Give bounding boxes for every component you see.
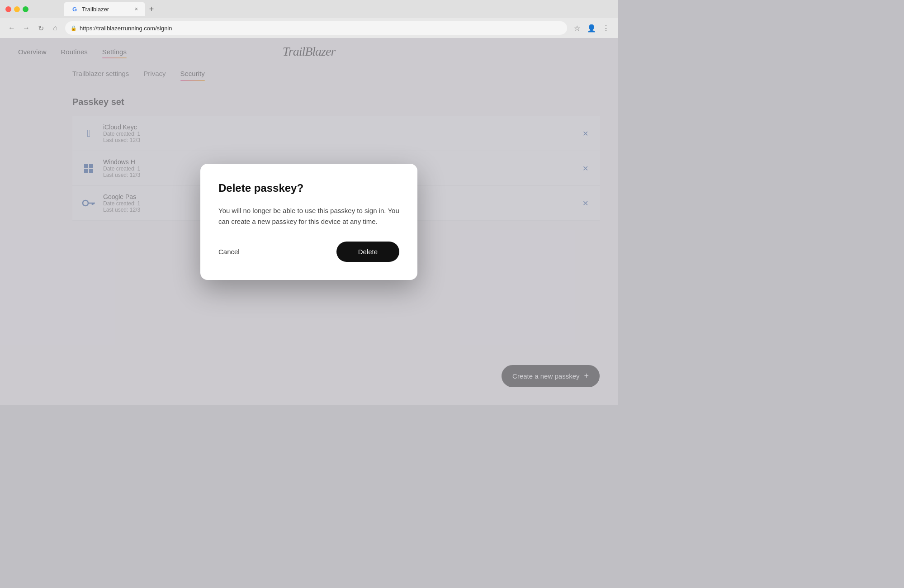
modal-title: Delete passkey? [218,182,399,194]
modal-actions: Cancel Delete [218,242,399,262]
maximize-button[interactable] [23,6,28,12]
forward-button[interactable]: → [20,22,33,34]
menu-button[interactable]: ⋮ [600,22,612,34]
address-bar-row: ← → ↻ ⌂ 🔒 https://trailblazerrunning.com… [0,18,618,38]
nav-buttons: ← → ↻ ⌂ [5,22,62,34]
home-button[interactable]: ⌂ [49,22,62,34]
browser-actions: ☆ 👤 ⋮ [571,22,612,34]
modal-overlay: Delete passkey? You will no longer be ab… [0,38,618,405]
tab-title: Trailblazer [82,6,109,13]
cancel-button[interactable]: Cancel [218,242,240,261]
google-favicon: G [71,5,78,13]
address-bar[interactable]: 🔒 https://trailblazerrunning.com/signin [65,21,567,35]
profile-button[interactable]: 👤 [585,22,598,34]
title-bar: G Trailblazer × + [0,0,618,18]
modal-body: You will no longer be able to use this p… [218,205,399,227]
new-tab-button[interactable]: + [145,3,158,15]
page-content: Overview Routines Settings TrailBlazer T… [0,38,618,405]
minimize-button[interactable] [14,6,20,12]
close-button[interactable] [5,6,11,12]
traffic-lights [5,6,28,12]
browser-tab[interactable]: G Trailblazer × [64,2,145,16]
delete-button[interactable]: Delete [336,242,399,262]
back-button[interactable]: ← [5,22,18,34]
url-text: https://trailblazerrunning.com/signin [80,25,172,32]
delete-passkey-modal: Delete passkey? You will no longer be ab… [200,164,417,280]
lock-icon: 🔒 [71,25,77,31]
bookmark-button[interactable]: ☆ [571,22,583,34]
refresh-button[interactable]: ↻ [34,22,47,34]
tab-bar: G Trailblazer × + [32,2,189,16]
browser-chrome: G Trailblazer × + ← → ↻ ⌂ 🔒 https://trai… [0,0,618,38]
close-tab-button[interactable]: × [135,6,138,12]
